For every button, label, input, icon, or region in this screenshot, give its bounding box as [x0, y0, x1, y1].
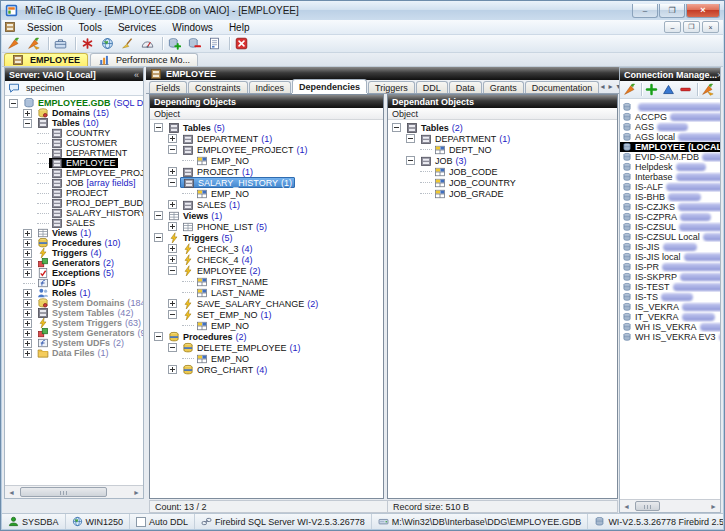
tree-item-save-salary-change[interactable]: SAVE_SALARY_CHANGE(2) — [150, 298, 383, 309]
tree-item-job-grade[interactable]: JOB_GRADE — [388, 188, 617, 199]
connection-item-is-alf[interactable]: IS-ALF — [620, 182, 720, 192]
mdi-close-button[interactable]: × — [702, 21, 719, 33]
expand-toggle-icon[interactable] — [23, 349, 32, 358]
tab-triggers[interactable]: Triggers — [368, 81, 415, 93]
scrollbar-thumb[interactable] — [635, 501, 660, 511]
connection-item-is-czjks[interactable]: IS-CZJKS — [620, 202, 720, 212]
expand-toggle-icon[interactable] — [23, 309, 32, 318]
expand-toggle-icon[interactable] — [23, 259, 32, 268]
scrollbar-thumb[interactable] — [20, 487, 107, 497]
expand-toggle-icon[interactable] — [168, 299, 177, 308]
tree-item-customer[interactable]: CUSTOMER — [5, 138, 143, 148]
tree-item-last-name[interactable]: LAST_NAME — [150, 287, 383, 298]
connection-item-is-skprp[interactable]: IS-SKPRP — [620, 272, 720, 282]
expand-toggle-icon[interactable] — [154, 211, 163, 220]
scrollbar-track[interactable] — [633, 500, 707, 512]
expand-toggle-icon[interactable] — [168, 266, 177, 275]
connection-item-ags[interactable]: AGS — [620, 122, 720, 132]
tree-item-system-triggers[interactable]: System Triggers(63) — [5, 318, 143, 328]
tree-item-salary-history[interactable]: SALARY_HISTORY — [5, 208, 143, 218]
auto-ddl-checkbox[interactable] — [136, 517, 146, 527]
tree-item-employee-project[interactable]: EMPLOYEE_PROJECT — [5, 168, 143, 178]
tree-item-job[interactable]: JOB(3) — [388, 155, 617, 166]
expand-toggle-icon[interactable] — [23, 289, 32, 298]
expand-toggle-icon[interactable] — [23, 119, 32, 128]
scroll-right-icon[interactable]: ► — [707, 500, 720, 512]
connection-item-interbase[interactable]: Interbase — [620, 172, 720, 182]
tree-item-views[interactable]: Views(1) — [150, 210, 383, 221]
connection-item-redacted[interactable] — [620, 102, 720, 112]
expand-toggle-icon[interactable] — [168, 200, 177, 209]
tab-documentation[interactable]: Documentation — [525, 81, 600, 93]
menu-item-windows[interactable]: Windows — [164, 20, 221, 34]
tree-item-system-udfs[interactable]: System UDFs(2) — [5, 338, 143, 348]
mdi-minimize-button[interactable]: – — [664, 21, 681, 33]
tree-item-phone-list[interactable]: PHONE_LIST(5) — [150, 221, 383, 232]
tree-item-views[interactable]: Views(1) — [5, 228, 143, 238]
tree-item-department[interactable]: DEPARTMENT(1) — [150, 133, 383, 144]
tree-item-tables[interactable]: Tables(5) — [150, 122, 383, 133]
tree-item-project[interactable]: PROJECT(1) — [150, 166, 383, 177]
open-connection-button[interactable] — [700, 81, 717, 98]
expand-toggle-icon[interactable] — [9, 99, 18, 108]
menu-item-session[interactable]: Session — [19, 20, 71, 34]
scrollbar-track[interactable] — [18, 486, 130, 498]
tree-item-system-tables[interactable]: System Tables(42) — [5, 308, 143, 318]
tree-item-procedures[interactable]: Procedures(10) — [5, 238, 143, 248]
edit-connection-button[interactable] — [661, 81, 678, 98]
expand-toggle-icon[interactable] — [406, 156, 415, 165]
tab-fields[interactable]: Fields — [149, 81, 187, 93]
menu-item-help[interactable]: Help — [221, 20, 258, 34]
tab-constraints[interactable]: Constraints — [188, 81, 248, 93]
expand-toggle-icon[interactable] — [23, 299, 32, 308]
connection-item-ags-local[interactable]: AGS local — [620, 132, 720, 142]
expand-toggle-icon[interactable] — [406, 134, 415, 143]
tree-item-udfs[interactable]: UDFs — [5, 278, 143, 288]
expand-toggle-icon[interactable] — [23, 269, 32, 278]
tab-scroll-right-icon[interactable]: ▸ — [608, 82, 612, 91]
tree-item-org-chart[interactable]: ORG_CHART(4) — [150, 364, 383, 375]
expand-toggle-icon[interactable] — [23, 249, 32, 258]
expand-toggle-icon[interactable] — [154, 123, 163, 132]
scroll-left-icon[interactable]: ◄ — [5, 486, 18, 498]
connection-item-accpg[interactable]: ACCPG — [620, 112, 720, 122]
tab-ddl[interactable]: DDL — [416, 81, 448, 93]
expand-toggle-icon[interactable] — [168, 255, 177, 264]
exit-button[interactable] — [233, 35, 253, 52]
scroll-left-icon[interactable]: ◄ — [620, 500, 633, 512]
performance-monitor-button[interactable] — [139, 35, 159, 52]
tree-item-delete-employee[interactable]: DELETE_EMPLOYEE(1) — [150, 342, 383, 353]
connection-list-hscrollbar[interactable]: ◄ ► — [620, 499, 720, 512]
preferences-button[interactable] — [52, 35, 72, 52]
connection-item-is-jis-local[interactable]: IS-JIS local — [620, 252, 720, 262]
connection-item-is-jis[interactable]: IS-JIS — [620, 242, 720, 252]
expand-toggle-icon[interactable] — [168, 343, 177, 352]
scroll-right-icon[interactable]: ► — [130, 486, 143, 498]
connect-button[interactable] — [5, 35, 25, 52]
tree-item-domains[interactable]: Domains(15) — [5, 108, 143, 118]
connection-item-is-pr[interactable]: IS-PR — [620, 262, 720, 272]
tree-item-triggers[interactable]: Triggers(5) — [150, 232, 383, 243]
tab-indices[interactable]: Indices — [249, 81, 292, 93]
tree-item-exceptions[interactable]: Exceptions(5) — [5, 268, 143, 278]
tree-item-department[interactable]: DEPARTMENT — [5, 148, 143, 158]
tree-item-tables[interactable]: Tables(2) — [388, 122, 617, 133]
connection-item-helpdesk[interactable]: Helpdesk — [620, 162, 720, 172]
depending-column-header[interactable]: Object — [150, 108, 383, 120]
expand-toggle-icon[interactable] — [168, 310, 177, 319]
connection-item-evid-sam-fdb[interactable]: EVID-SAM.FDB — [620, 152, 720, 162]
tree-item-employee-gdb[interactable]: EMPLOYEE.GDB(SQL Dialect 1) — [5, 98, 143, 108]
report-button[interactable] — [206, 35, 226, 52]
connection-item-wh-is-vekra[interactable]: WH IS_VEKRA — [620, 322, 720, 332]
tree-item-data-files[interactable]: Data Files(1) — [5, 348, 143, 358]
tree-item-check-3[interactable]: CHECK_3(4) — [150, 243, 383, 254]
close-button[interactable]: × — [686, 4, 720, 18]
tab-data[interactable]: Data — [449, 81, 482, 93]
backup-database-button[interactable] — [166, 35, 186, 52]
tree-item-set-emp-no[interactable]: SET_EMP_NO(1) — [150, 309, 383, 320]
connection-item-wh-is-vekra-ev3[interactable]: WH IS_VEKRA EV3 — [620, 332, 720, 342]
server-filter-value[interactable]: specimen — [26, 83, 65, 93]
tree-item-project[interactable]: PROJECT — [5, 188, 143, 198]
connection-item-is-test[interactable]: IS-TEST — [620, 282, 720, 292]
connection-item-it-vekra[interactable]: IT_VEKRA — [620, 312, 720, 322]
